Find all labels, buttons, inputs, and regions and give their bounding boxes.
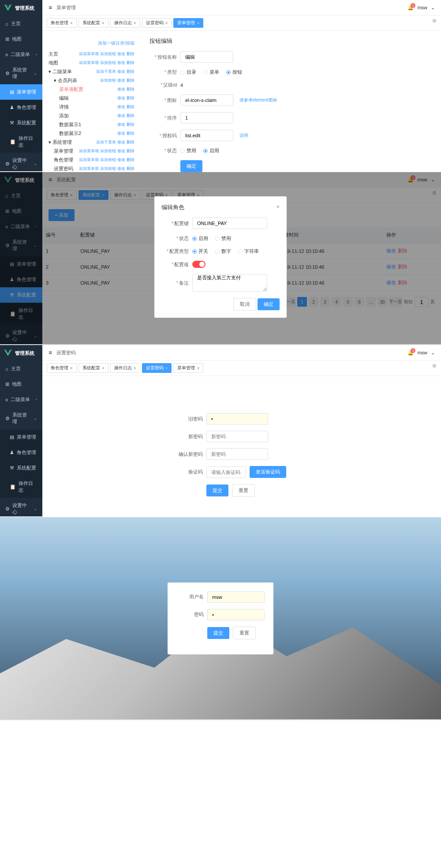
- tabs: 角色管理× 系统配置× 操作日志× 设置密码× 菜单管理× ⚙: [42, 15, 441, 31]
- sort-input[interactable]: [180, 112, 233, 124]
- old-pwd-input[interactable]: [206, 413, 268, 425]
- bell-icon[interactable]: 🔔1: [407, 5, 414, 11]
- submit-button[interactable]: 提交: [206, 485, 228, 496]
- breadcrumb: 菜单管理: [56, 4, 76, 11]
- hamburger-icon[interactable]: ≡: [49, 4, 52, 11]
- icon-help-link[interactable]: 请参考element图标: [239, 97, 277, 103]
- tab-oplog[interactable]: 操作日志×: [110, 18, 140, 28]
- sidebar: 管理系统 ⌂主页 ⊞地图 ≡二级菜单› ⚙系统管理⌄ ▤菜单管理 ♟角色管理 ⚒…: [0, 0, 42, 171]
- tab-config[interactable]: 系统配置×: [78, 18, 108, 28]
- nav-config[interactable]: ⚒系统配置: [0, 115, 42, 131]
- reset-button[interactable]: 重置: [232, 484, 255, 497]
- tree-add-root[interactable]: 添加一级目录/按钮: [49, 37, 135, 49]
- send-code-button[interactable]: 发送验证码: [250, 466, 286, 478]
- tab-setpwd[interactable]: 设置密码×: [142, 18, 172, 28]
- menu-tree: 添加一级目录/按钮 主页添加菜单项添加按钮修改删除 地图添加菜单项添加按钮修改删…: [49, 37, 135, 191]
- close-icon[interactable]: ×: [276, 203, 280, 211]
- ok-button[interactable]: 确定: [258, 298, 280, 310]
- new-pwd-input[interactable]: [206, 431, 268, 442]
- nav-level2[interactable]: ≡二级菜单›: [0, 47, 42, 62]
- gear-icon[interactable]: ⚙: [432, 18, 437, 28]
- chevron-down-icon[interactable]: ⌄: [431, 5, 435, 11]
- vue-logo-icon: [4, 4, 12, 12]
- password-form: 旧密码 新密码 确认新密码 验证码发送验证码 提交重置: [176, 413, 308, 497]
- sidebar: 管理系统 ⌂主页 ⊞地图 ≡二级菜单› ⚙系统管理⌄ ▤菜单管理 ♟角色管理 ⚒…: [0, 345, 42, 516]
- nav-setcenter[interactable]: ⚙设置中心⌄: [0, 153, 42, 175]
- cancel-button[interactable]: 取消: [233, 298, 256, 311]
- icon-input[interactable]: [180, 94, 233, 106]
- auth-help-link[interactable]: 说明: [239, 132, 248, 139]
- remark-input[interactable]: 是否接入第三方支付: [192, 274, 267, 292]
- config-key-input[interactable]: [192, 218, 267, 229]
- submit-button[interactable]: 确定: [180, 160, 202, 172]
- login-submit-button[interactable]: 提交: [207, 627, 229, 639]
- nav-role[interactable]: ♟角色管理: [0, 100, 42, 115]
- config-switch[interactable]: [192, 261, 206, 268]
- nav-system[interactable]: ⚙系统管理⌄: [0, 62, 42, 84]
- nav-map[interactable]: ⊞地图: [0, 31, 42, 47]
- logo: 管理系统: [0, 0, 42, 16]
- tab-role[interactable]: 角色管理×: [47, 18, 77, 28]
- edit-dialog: 编辑角色× *配置键 *状态 启用 禁用 *配置类型 开关 数字 字符串 *配置…: [154, 196, 287, 318]
- code-input[interactable]: [206, 466, 246, 478]
- user-name[interactable]: msw: [417, 5, 427, 10]
- name-input[interactable]: [180, 51, 233, 63]
- login-reset-button[interactable]: 重置: [233, 627, 256, 639]
- auth-input[interactable]: [180, 130, 233, 141]
- nav-oplog[interactable]: 📋操作日志: [0, 131, 42, 153]
- username-input[interactable]: [207, 591, 265, 603]
- password-input[interactable]: [207, 609, 265, 620]
- edit-form: 按钮编辑 *按钮名称 *类型 目录 菜单 按钮 *父级id4 *图标请参考ele…: [143, 37, 435, 191]
- confirm-pwd-input[interactable]: [206, 448, 268, 460]
- login-form: 用户名 密码 提交重置: [168, 582, 273, 654]
- nav-home[interactable]: ⌂主页: [0, 16, 42, 31]
- tab-menu[interactable]: 菜单管理×: [173, 18, 203, 28]
- nav-menu[interactable]: ▤菜单管理: [0, 84, 42, 100]
- topbar: ≡ 菜单管理 🔔1 msw ⌄: [42, 0, 441, 15]
